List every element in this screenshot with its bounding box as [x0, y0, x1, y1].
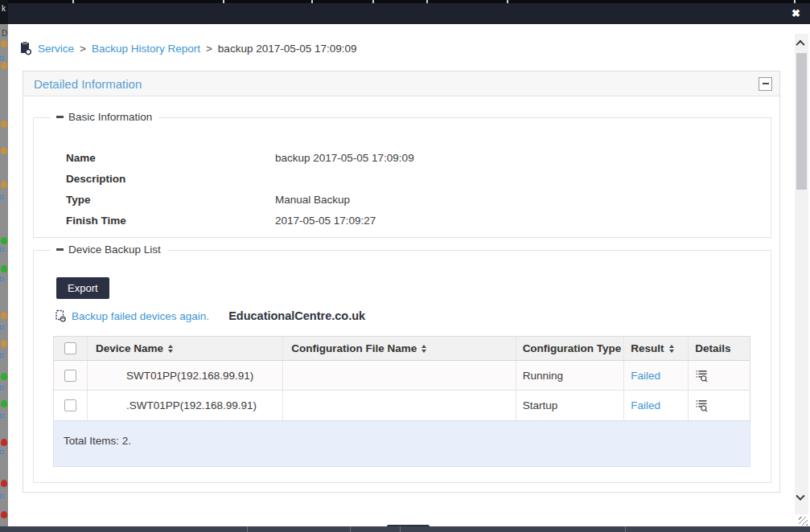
- status-dot: [1, 265, 7, 272]
- status-dot: [1, 400, 7, 407]
- details-cell: [689, 391, 750, 420]
- total-items-bar: Total Items: 2.: [53, 420, 750, 467]
- device-type-icon: [0, 248, 4, 252]
- field-value: backup 2017-05-05 17:09:09: [275, 152, 414, 164]
- device-type-icon: [0, 450, 4, 454]
- panel-title: Detailed Information: [34, 77, 142, 91]
- select-all-checkbox[interactable]: [64, 342, 76, 354]
- backup-failed-again-link[interactable]: Backup failed devices again.: [72, 310, 209, 322]
- select-all-cell: [54, 337, 88, 360]
- device-type-icon: [0, 195, 4, 199]
- legend-text: Device Backup List: [68, 243, 161, 256]
- background-text-fragment: D: [2, 29, 7, 38]
- status-dot: [1, 340, 7, 347]
- status-dot: [1, 121, 7, 128]
- field-label: Description: [66, 173, 275, 185]
- status-dot: [1, 147, 7, 154]
- breadcrumb: Service > Backup History Report > backup…: [19, 40, 357, 56]
- field-row-type: Type Manual Backup: [66, 189, 771, 210]
- column-label: Configuration Type: [523, 342, 622, 354]
- field-value: 2017-05-05 17:09:27: [275, 215, 376, 227]
- status-dot: [1, 439, 7, 446]
- field-label: Type: [66, 194, 275, 206]
- basic-information-legend: Basic Information: [50, 111, 158, 123]
- config-file-name-cell: [283, 361, 516, 390]
- scroll-up-icon[interactable]: [797, 40, 805, 48]
- breadcrumb-service-link[interactable]: Service: [38, 43, 74, 55]
- export-button[interactable]: Export: [56, 277, 109, 299]
- status-dot: [1, 40, 7, 47]
- scrollbar-thumb[interactable]: [796, 53, 807, 190]
- row-checkbox[interactable]: [64, 399, 76, 411]
- status-dot: [1, 373, 7, 380]
- modal-titlebar: ✖: [8, 3, 810, 24]
- row-checkbox[interactable]: [64, 370, 76, 382]
- status-dot: [1, 480, 7, 487]
- config-file-name-cell: [283, 391, 516, 420]
- panel-header: Detailed Information: [23, 72, 779, 96]
- table-row: .SWT01PP(192.168.99.91) Startup Failed: [54, 391, 750, 420]
- device-type-icon: [0, 277, 4, 281]
- device-type-icon: [0, 494, 4, 498]
- close-icon[interactable]: ✖: [791, 7, 800, 19]
- field-row-description: Description: [66, 168, 771, 189]
- basic-information-fieldset: Basic Information Name backup 2017-05-05…: [33, 117, 771, 238]
- column-label: Device Name: [96, 342, 163, 354]
- device-backup-list-fieldset: Device Backup List Export Backup failed …: [33, 250, 771, 483]
- status-dot: [1, 181, 7, 188]
- background-footer-bar: [0, 526, 810, 532]
- field-label: Finish Time: [66, 215, 275, 227]
- sort-icon[interactable]: [669, 345, 674, 353]
- background-header-fragment: k: [0, 0, 8, 24]
- site-label: EducationalCentre.co.uk: [228, 309, 365, 322]
- column-label: Result: [631, 342, 664, 354]
- column-header-details: Details: [689, 337, 750, 360]
- minus-icon: [763, 83, 769, 84]
- resize-grip-icon[interactable]: [799, 517, 808, 526]
- collapse-minus-icon[interactable]: [56, 248, 64, 251]
- breadcrumb-backup-history-link[interactable]: Backup History Report: [92, 43, 200, 55]
- device-type-icon: [0, 354, 4, 358]
- detailed-information-panel: Detailed Information Basic Information N…: [23, 71, 780, 493]
- status-dot: [1, 62, 7, 69]
- breadcrumb-current: backup 2017-05-05 17:09:09: [218, 43, 357, 55]
- report-icon: [19, 42, 32, 55]
- details-cell: [689, 361, 750, 390]
- backup-again-icon: [55, 309, 67, 322]
- collapse-minus-icon[interactable]: [56, 116, 64, 118]
- legend-text: Basic Information: [68, 111, 152, 123]
- collapse-button[interactable]: [759, 77, 772, 91]
- device-name-cell: SWT01PP(192.168.99.91): [88, 361, 283, 390]
- result-cell: Failed: [624, 361, 689, 390]
- scroll-down-icon[interactable]: [797, 495, 805, 503]
- column-header-device-name[interactable]: Device Name: [88, 337, 283, 360]
- table-header-row: Device Name Configuration File Name Conf…: [54, 337, 750, 361]
- background-device-list-strip: D: [0, 24, 8, 526]
- sort-icon[interactable]: [168, 345, 173, 353]
- field-row-finish-time: Finish Time 2017-05-05 17:09:27: [66, 210, 771, 231]
- view-details-icon[interactable]: [695, 399, 709, 412]
- failed-result-link[interactable]: Failed: [631, 370, 660, 382]
- view-details-icon[interactable]: [695, 369, 709, 383]
- row-checkbox-cell: [54, 391, 88, 420]
- status-dot: [1, 312, 7, 319]
- failed-result-link[interactable]: Failed: [631, 399, 660, 411]
- status-dot: [1, 237, 7, 244]
- sort-icon[interactable]: [421, 345, 426, 353]
- modal-content: Service > Backup History Report > backup…: [8, 24, 810, 526]
- breadcrumb-separator: >: [80, 43, 86, 55]
- retry-row: Backup failed devices again. Educational…: [55, 309, 365, 322]
- column-header-result[interactable]: Result: [624, 337, 689, 360]
- device-type-icon: [0, 414, 4, 418]
- column-header-config-file-name[interactable]: Configuration File Name: [283, 337, 516, 360]
- device-name-cell: .SWT01PP(192.168.99.91): [88, 391, 283, 420]
- field-label: Name: [66, 152, 275, 164]
- field-row-name: Name backup 2017-05-05 17:09:09: [66, 147, 771, 168]
- field-value: Manual Backup: [275, 194, 350, 206]
- row-checkbox-cell: [54, 361, 88, 390]
- config-type-cell: Startup: [516, 391, 625, 420]
- column-label: Details: [695, 342, 730, 354]
- device-backup-list-legend: Device Backup List: [50, 243, 167, 256]
- device-type-icon: [0, 56, 4, 60]
- vertical-scrollbar[interactable]: [795, 34, 808, 514]
